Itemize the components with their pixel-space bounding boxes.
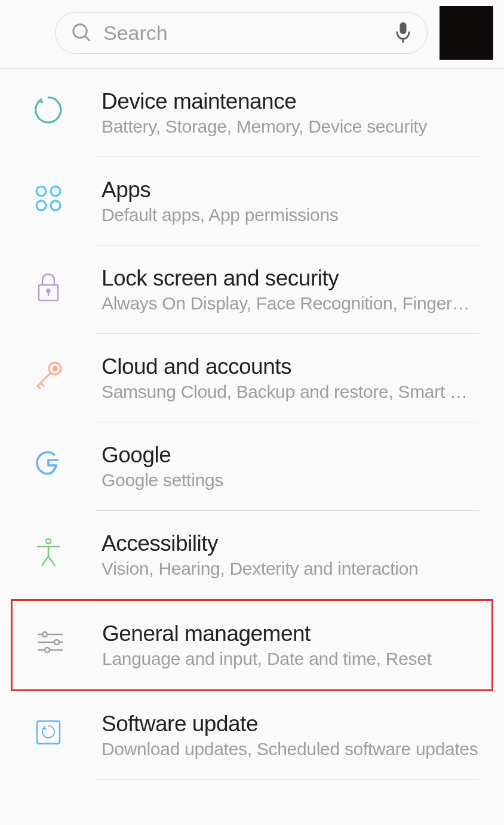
apps-icon — [32, 182, 64, 214]
svg-point-18 — [42, 632, 47, 637]
search-icon — [71, 22, 93, 44]
item-subtitle: Vision, Hearing, Dexterity and interacti… — [102, 559, 479, 579]
item-content: Accessibility Vision, Hearing, Dexterity… — [102, 531, 479, 579]
item-title: Lock screen and security — [102, 266, 479, 291]
sliders-icon — [34, 626, 66, 658]
microphone-icon[interactable] — [395, 21, 411, 45]
item-content: Software update Download updates, Schedu… — [102, 711, 479, 759]
settings-item-accessibility[interactable]: Accessibility Vision, Hearing, Dexterity… — [0, 511, 504, 599]
item-title: General management — [102, 621, 477, 646]
search-input[interactable] — [103, 22, 384, 45]
settings-item-lock-screen[interactable]: Lock screen and security Always On Displ… — [0, 246, 504, 334]
item-title: Cloud and accounts — [102, 354, 479, 379]
accessibility-icon — [32, 536, 64, 568]
maintenance-icon — [32, 94, 64, 126]
settings-item-general-management[interactable]: General management Language and input, D… — [11, 599, 493, 691]
item-content: Apps Default apps, App permissions — [102, 177, 479, 225]
search-box[interactable] — [55, 12, 428, 54]
svg-point-4 — [36, 186, 46, 196]
item-subtitle: Google settings — [102, 470, 479, 490]
settings-item-software-update[interactable]: Software update Download updates, Schedu… — [0, 691, 504, 780]
top-right-black-box — [440, 6, 493, 60]
settings-item-cloud-accounts[interactable]: Cloud and accounts Samsung Cloud, Backup… — [0, 334, 504, 422]
svg-point-7 — [51, 201, 60, 210]
svg-point-9 — [47, 290, 50, 293]
settings-list: Device maintenance Battery, Storage, Mem… — [0, 69, 504, 780]
svg-rect-2 — [399, 22, 406, 34]
svg-point-5 — [51, 186, 60, 196]
key-icon — [32, 359, 64, 391]
item-subtitle: Samsung Cloud, Backup and restore, Smart… — [102, 382, 479, 402]
svg-line-14 — [41, 383, 44, 387]
svg-point-16 — [46, 539, 51, 544]
item-content: Google Google settings — [102, 443, 479, 490]
header — [0, 0, 504, 69]
item-content: Lock screen and security Always On Displ… — [102, 266, 479, 314]
item-title: Device maintenance — [102, 89, 479, 114]
item-title: Apps — [102, 177, 479, 203]
svg-line-13 — [37, 373, 51, 387]
item-subtitle: Battery, Storage, Memory, Device securit… — [102, 116, 479, 137]
settings-item-device-maintenance[interactable]: Device maintenance Battery, Storage, Mem… — [0, 69, 504, 157]
update-icon — [32, 716, 64, 749]
item-subtitle: Language and input, Date and time, Reset — [102, 649, 477, 669]
item-subtitle: Download updates, Scheduled software upd… — [102, 739, 479, 759]
item-title: Accessibility — [102, 531, 479, 556]
item-subtitle: Default apps, App permissions — [102, 205, 479, 225]
item-subtitle: Always On Display, Face Recognition, Fin… — [102, 293, 479, 314]
item-title: Software update — [102, 711, 479, 737]
svg-line-1 — [85, 36, 90, 41]
item-content: Cloud and accounts Samsung Cloud, Backup… — [102, 354, 479, 402]
svg-point-12 — [53, 367, 57, 370]
svg-point-0 — [73, 24, 87, 38]
item-title: Google — [102, 443, 479, 468]
lock-icon — [32, 271, 64, 303]
svg-line-15 — [38, 386, 41, 389]
svg-point-20 — [54, 640, 59, 645]
svg-point-6 — [36, 201, 46, 210]
settings-item-google[interactable]: Google Google settings — [0, 422, 504, 511]
svg-point-22 — [45, 648, 50, 652]
svg-rect-23 — [37, 721, 60, 744]
google-icon — [32, 447, 64, 480]
item-content: General management Language and input, D… — [102, 621, 477, 669]
settings-item-apps[interactable]: Apps Default apps, App permissions — [0, 157, 504, 246]
item-content: Device maintenance Battery, Storage, Mem… — [102, 89, 479, 137]
